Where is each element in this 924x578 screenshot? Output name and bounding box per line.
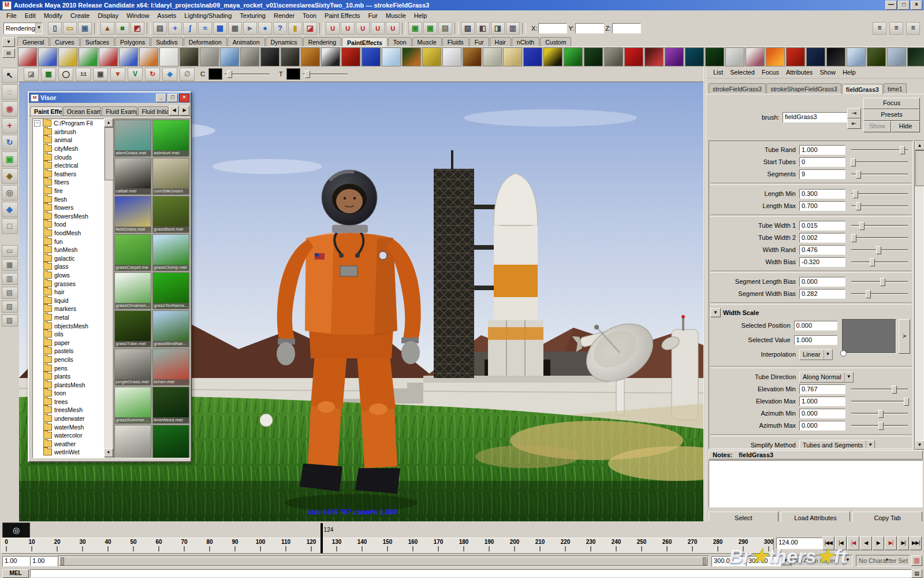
attr-slider[interactable] [851,201,908,210]
go-to-start-button[interactable]: |◀◀ [822,536,834,550]
menu-toon[interactable]: Toon [299,11,321,20]
snap-to-view-plane-icon[interactable]: ∪ [371,22,385,35]
current-frame-marker[interactable]: 124 [321,523,323,553]
mel-command-input[interactable] [30,569,912,577]
ipr-render-icon[interactable]: ◨ [491,22,505,35]
presets-button[interactable]: Presets [863,109,920,121]
anim-layer-dropdown-arrow[interactable]: ▼ [843,555,852,566]
menu-help[interactable]: Help [410,11,431,20]
brush-thumbnail-aliengrass-mel[interactable]: alienGrass.mel [114,120,151,157]
tree-root-item[interactable]: −C:/Program Fil [33,119,105,128]
tree-item-treesmesh[interactable]: treesMesh [33,406,105,414]
scrollbar-thumb[interactable] [915,150,924,186]
attr-value-field[interactable]: 0.015 [799,221,845,231]
brush-color-swatch[interactable] [208,68,222,80]
step-back-frame-button[interactable]: |◀ [835,536,847,550]
width-scale-ramp[interactable] [842,319,896,354]
brush-thumbnail-limeweed-mel[interactable]: limeWeed.mel [152,387,189,424]
tree-item-fire[interactable]: fire [33,187,105,195]
open-render-view-icon[interactable]: ▧ [461,22,475,35]
brush-thumbnail-junglegrass-mel[interactable]: jungleGrass.mel [114,349,151,386]
redraw-stroke-icon[interactable]: ↻ [145,68,160,81]
layout-single-pane-icon[interactable]: ▭ [2,245,18,257]
attr-value-field[interactable]: 0.300 [799,189,845,199]
ae-tab-strokefieldgrass3[interactable]: strokeFieldGrass3 [709,83,766,94]
help-mode-icon[interactable]: ? [273,22,287,35]
shelf-brush-30-icon[interactable] [604,47,623,66]
menu-lighting-shading[interactable]: Lighting/Shading [180,11,236,20]
brush-thumbnail-grasssummer[interactable]: grassSummer.... [114,387,151,424]
shelf-brush-16-icon[interactable] [321,47,340,66]
ramp-expand-button[interactable]: > [899,319,910,354]
animation-start-field[interactable]: 1.00 [2,556,30,566]
select-by-hierarchy-icon[interactable]: ▲ [100,22,114,35]
tree-item-metal[interactable]: metal [33,313,105,322]
visor-minimize-button[interactable]: _ [156,94,166,102]
shelf-brush-44-icon[interactable] [887,47,906,66]
tree-item-wetinwet[interactable]: wetInWet [33,448,105,457]
z-coordinate-field[interactable] [612,23,641,34]
brush-thumbnail-astroturf-mel[interactable]: astroturf.mel [152,120,189,157]
ae-menu-attributes[interactable]: Attributes [783,68,816,77]
shelf-brush-37-icon[interactable] [746,47,765,66]
rotate-tool-icon[interactable]: ↻ [2,135,18,150]
open-scene-icon[interactable]: ▭ [63,22,77,35]
ae-tab-strokeshapefieldgrass3[interactable]: strokeShapeFieldGrass3 [766,83,841,94]
brush-thumbnail-cornsilkgreen[interactable]: cornSilkGreen [152,158,189,195]
tree-item-electrical[interactable]: electrical [33,161,105,170]
tree-item-hair[interactable]: hair [33,288,105,297]
attr-value-field[interactable]: 0.000 [794,321,837,331]
paint-select-tool-icon[interactable]: ◉ [2,101,18,117]
range-end-grip[interactable] [703,557,706,565]
attr-value-field[interactable]: 1.000 [799,397,845,406]
snap-to-grid-icon[interactable]: ∪ [326,22,340,35]
script-editor-icon[interactable]: ▤ [911,569,922,578]
ae-tab-time1[interactable]: time1 [884,83,907,94]
shelf-brush-35-icon[interactable] [705,47,724,66]
layout-hypershade-icon[interactable]: ▨ [2,314,18,327]
snap-to-curve-icon[interactable]: ∪ [341,22,355,35]
paint-write-icon[interactable]: ▼ [110,68,125,81]
copy-out-icon[interactable]: ⇤ [847,118,861,129]
layout-persp-outliner-icon[interactable]: ▥ [2,273,18,285]
attr-slider[interactable] [851,289,908,298]
attr-slider[interactable] [851,384,908,394]
shelf-tab-muscle[interactable]: Muscle [412,37,442,46]
select-tool-icon[interactable]: ↖ [2,68,18,83]
attr-slider[interactable] [851,397,908,406]
shelf-brush-10-icon[interactable] [200,47,219,66]
tree-scroll-up-icon[interactable]: ▲ [104,118,113,127]
construction-history-icon[interactable]: ▤ [438,22,452,35]
shelf-brush-29-icon[interactable] [584,47,603,66]
paint-off-icon[interactable]: ∅ [180,68,195,81]
move-snap-icon[interactable]: + [168,22,182,35]
tree-item-pens[interactable]: pens [33,364,105,372]
simplify-method-row-dropdown[interactable]: Tubes and Segments▼ [799,440,875,450]
tree-item-foodmesh[interactable]: foodMesh [33,229,105,238]
attr-slider[interactable] [851,145,908,154]
attr-slider[interactable] [851,421,908,430]
menu-paint-effects[interactable]: Paint Effects [321,11,364,20]
step-back-key-button[interactable]: |◀ [847,536,859,550]
brush-thumbnail-grasstube-mel[interactable]: grassTube.mel [114,310,151,347]
shelf-brush-8-icon[interactable] [159,47,178,66]
character-set-key-icon[interactable]: ●– [885,557,891,562]
menu-assets[interactable]: Assets [153,11,180,20]
curve-edit-mode-icon[interactable]: ≈ [198,22,212,35]
shelf-brush-2-icon[interactable] [38,47,57,66]
attr-value-field[interactable]: 0.000 [799,409,845,418]
attr-value-field[interactable]: -0.320 [799,257,845,267]
shelf-brush-22-icon[interactable] [442,47,461,66]
menu-display[interactable]: Display [94,11,122,20]
tube-direction-row-dropdown[interactable]: Along Normal▼ [799,372,854,383]
tree-item-watermesh[interactable]: waterMesh [33,423,105,431]
playback-start-field[interactable]: 1.00 [30,556,58,566]
attr-value-field[interactable]: 0 [799,157,845,167]
layout-two-pane-icon[interactable]: ▤ [2,287,18,299]
brush-thumbnail-17[interactable] [152,425,189,458]
brush-thumbnail-grassclump-mel[interactable]: grassClump.mel [152,234,189,271]
shelf-brush-26-icon[interactable] [523,47,542,66]
shelf-tab-painteffects[interactable]: PaintEffects [342,37,388,47]
attr-value-field[interactable]: 9 [799,169,845,179]
tree-item-animal[interactable]: animal [33,136,105,144]
